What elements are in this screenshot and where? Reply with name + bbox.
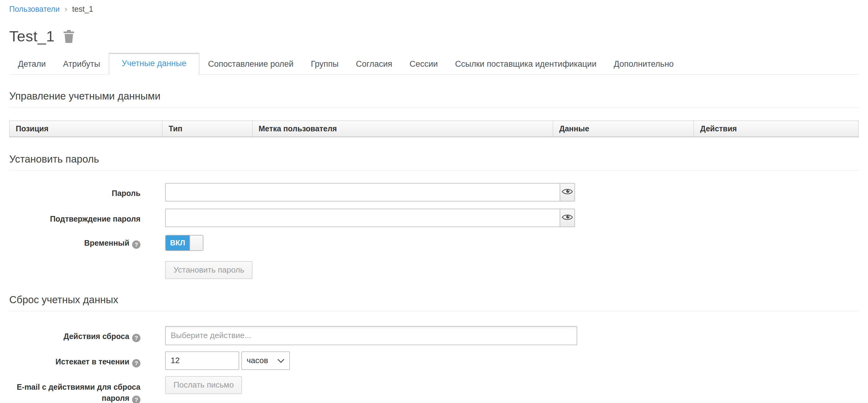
password-confirm-label: Подтверждение пароля: [9, 209, 141, 227]
title-row: Test_1: [9, 28, 859, 45]
expires-row: Истекает в течении часов: [9, 351, 859, 370]
set-password-heading: Установить пароль: [9, 153, 859, 171]
col-type: Тип: [162, 121, 252, 137]
toggle-on-label: ВКЛ: [166, 235, 189, 250]
spacer-label: [9, 261, 141, 279]
set-password-button[interactable]: Установить пароль: [165, 261, 252, 279]
toggle-confirm-visibility-button[interactable]: [560, 209, 575, 227]
reset-actions-label-text: Действия сброса: [64, 332, 129, 341]
credentials-management-section: Управление учетными данными Позиция Тип …: [9, 90, 859, 137]
tab-consents[interactable]: Согласия: [347, 54, 401, 75]
reset-email-row: E-mail с действиями для сброса пароля По…: [9, 376, 859, 403]
credential-reset-section: Сброс учетных данных Действия сброса Ист…: [9, 294, 859, 403]
set-password-button-row: Установить пароль: [9, 261, 859, 279]
credentials-table: Позиция Тип Метка пользователя Данные Де…: [9, 120, 859, 137]
col-user-label: Метка пользователя: [252, 121, 553, 137]
reset-actions-select[interactable]: [165, 326, 577, 345]
reset-actions-label: Действия сброса: [9, 326, 141, 345]
expires-unit-value: часов: [247, 356, 268, 365]
reset-email-label-text: E-mail с действиями для сброса пароля: [17, 383, 141, 402]
breadcrumb-current: test_1: [72, 5, 93, 13]
toggle-handle[interactable]: [189, 235, 203, 250]
tab-sessions-label[interactable]: Сессии: [401, 54, 447, 75]
expires-unit-select[interactable]: часов: [241, 351, 290, 370]
password-row: Пароль: [9, 183, 859, 202]
password-confirm-input[interactable]: [165, 209, 560, 227]
temporary-label-text: Временный: [84, 238, 129, 247]
set-password-section: Установить пароль Пароль: [9, 153, 859, 279]
tab-details[interactable]: Детали: [9, 54, 54, 75]
eye-icon: [562, 188, 573, 196]
credential-reset-heading: Сброс учетных данных: [9, 294, 859, 311]
col-data: Данные: [553, 121, 694, 137]
tab-additional[interactable]: Дополнительно: [605, 54, 682, 75]
credentials-table-header-row: Позиция Тип Метка пользователя Данные Де…: [9, 121, 859, 137]
tab-role-mappings-label[interactable]: Сопоставление ролей: [199, 54, 302, 75]
question-circle-icon[interactable]: [132, 240, 141, 249]
trash-icon: [63, 39, 75, 44]
tab-sessions[interactable]: Сессии: [401, 54, 447, 75]
credentials-management-heading: Управление учетными данными: [9, 90, 859, 108]
send-email-button[interactable]: Послать письмо: [165, 376, 242, 394]
user-tabs: Детали Атрибуты Учетные данные Сопоставл…: [9, 53, 859, 75]
password-label: Пароль: [9, 183, 141, 202]
tab-credentials-label[interactable]: Учетные данные: [109, 54, 199, 75]
expires-value-input[interactable]: [165, 351, 239, 370]
delete-user-button[interactable]: [63, 29, 75, 43]
toggle-password-visibility-button[interactable]: [560, 183, 575, 202]
tab-role-mappings[interactable]: Сопоставление ролей: [199, 54, 302, 75]
tab-credentials[interactable]: Учетные данные: [108, 53, 199, 75]
breadcrumb: Пользователи › test_1: [9, 4, 859, 14]
expires-label: Истекает в течении: [9, 351, 141, 370]
col-actions: Действия: [694, 121, 859, 137]
tab-identity-provider-links-label[interactable]: Ссылки поставщика идентификации: [446, 54, 605, 75]
temporary-toggle[interactable]: ВКЛ: [165, 235, 204, 251]
question-circle-icon[interactable]: [132, 396, 141, 403]
page-title: Test_1: [9, 28, 55, 45]
breadcrumb-users-link[interactable]: Пользователи: [9, 5, 60, 13]
eye-icon: [562, 213, 573, 222]
temporary-label: Временный: [9, 234, 141, 251]
tab-consents-label[interactable]: Согласия: [347, 54, 401, 75]
reset-actions-row: Действия сброса: [9, 326, 859, 345]
temporary-row: Временный ВКЛ: [9, 234, 859, 251]
reset-email-label: E-mail с действиями для сброса пароля: [9, 376, 141, 403]
tab-groups[interactable]: Группы: [302, 54, 347, 75]
tab-attributes[interactable]: Атрибуты: [54, 54, 108, 75]
question-circle-icon[interactable]: [132, 334, 141, 342]
tab-details-label[interactable]: Детали: [9, 54, 54, 75]
question-circle-icon[interactable]: [132, 359, 141, 368]
tab-attributes-label[interactable]: Атрибуты: [54, 54, 108, 75]
password-input[interactable]: [165, 183, 560, 202]
password-confirm-row: Подтверждение пароля: [9, 209, 859, 227]
col-position: Позиция: [9, 121, 162, 137]
expires-label-text: Истекает в течении: [56, 357, 129, 366]
tab-groups-label[interactable]: Группы: [302, 54, 347, 75]
user-detail-page: Пользователи › test_1 Test_1 Детали Атри…: [0, 0, 868, 403]
breadcrumb-separator: ›: [64, 4, 67, 14]
tab-additional-label[interactable]: Дополнительно: [605, 54, 682, 75]
tab-identity-provider-links[interactable]: Ссылки поставщика идентификации: [446, 54, 605, 75]
chevron-down-icon: [277, 356, 285, 365]
